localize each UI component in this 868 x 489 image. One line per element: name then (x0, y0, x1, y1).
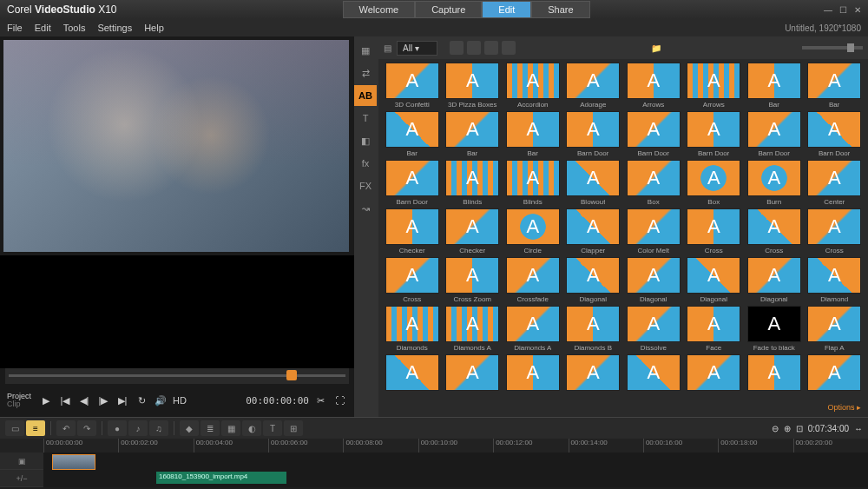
track-head-overlay[interactable]: +/− (0, 470, 43, 487)
batch-button[interactable]: ⊞ (284, 420, 303, 436)
split-button[interactable]: ✂ (312, 393, 328, 408)
tab-welcome[interactable]: Welcome (343, 1, 416, 18)
prev-frame-button[interactable]: ◀| (76, 393, 92, 408)
multicam-button[interactable]: ▦ (221, 420, 240, 436)
transition-item[interactable]: ABar (444, 111, 502, 157)
transition-item[interactable]: AAdorage (565, 63, 622, 109)
preview-timecode[interactable]: 00:00:00:00 (246, 395, 309, 406)
transition-item[interactable]: ABar (806, 63, 864, 109)
lib-tab-path[interactable]: ↝ (354, 198, 377, 219)
transition-item[interactable]: ABox (625, 160, 682, 206)
lib-tab-media[interactable]: ▦ (354, 40, 377, 61)
transition-item[interactable]: ACross Zoom (444, 257, 502, 303)
transition-item[interactable]: ADissolve (625, 306, 682, 352)
storyboard-view-button[interactable]: ▭ (5, 420, 24, 436)
lib-tab-transitions[interactable]: AB (354, 85, 377, 106)
transition-item[interactable]: AChecker (444, 208, 502, 254)
home-button[interactable]: |◀ (57, 393, 73, 408)
transition-item[interactable]: ABox (686, 160, 743, 206)
transition-item[interactable]: ABarn Door (384, 160, 441, 206)
transition-item[interactable]: ABar (504, 111, 562, 157)
transition-item[interactable]: ABarn Door (806, 111, 864, 157)
transition-item[interactable]: ACenter (806, 160, 864, 206)
transition-item[interactable]: ACircle (504, 208, 562, 254)
transition-item[interactable]: ABar (384, 111, 441, 157)
menu-help[interactable]: Help (144, 23, 164, 33)
repeat-button[interactable]: ↻ (134, 393, 149, 408)
overlay-clip[interactable]: 160810_153900_import.mp4 (156, 472, 286, 484)
lib-tab-graphic[interactable]: ◧ (354, 130, 377, 151)
volume-button[interactable]: 🔊 (153, 393, 168, 408)
transition-item[interactable]: A (625, 354, 682, 393)
minimize-icon[interactable]: — (824, 5, 832, 15)
lib-folder-icon[interactable]: 📁 (651, 43, 661, 53)
menu-settings[interactable]: Settings (97, 23, 132, 33)
marker-button[interactable]: ◆ (180, 420, 199, 436)
timeline-timecode[interactable]: 0:07:34:00 (808, 424, 849, 433)
undo-button[interactable]: ↶ (56, 420, 76, 436)
transition-item[interactable]: AFlap A (806, 306, 864, 352)
motion-button[interactable]: ◐ (242, 420, 261, 436)
tab-edit[interactable]: Edit (482, 1, 531, 18)
tab-share[interactable]: Share (531, 1, 589, 18)
zoom-out-button[interactable]: ⊖ (772, 424, 779, 433)
transition-item[interactable]: ABlowout (565, 160, 622, 206)
transition-item[interactable]: ADiamonds (384, 306, 441, 352)
transition-item[interactable]: A (384, 354, 441, 393)
transition-item[interactable]: ACross (806, 208, 864, 254)
menu-file[interactable]: File (7, 23, 23, 33)
transition-item[interactable]: ACrossfade (504, 257, 562, 303)
close-icon[interactable]: ✕ (854, 5, 861, 15)
menu-tools[interactable]: Tools (63, 23, 86, 33)
record-button[interactable]: ● (108, 420, 127, 436)
tab-capture[interactable]: Capture (415, 1, 482, 18)
preview-viewport[interactable] (3, 40, 349, 252)
lib-remove-icon[interactable] (502, 41, 516, 55)
lib-fav-icon[interactable] (450, 41, 464, 55)
video-clip[interactable] (52, 454, 95, 470)
transition-item[interactable]: ABar (746, 63, 803, 109)
transition-item[interactable]: ABarn Door (625, 111, 682, 157)
transition-item[interactable]: A (746, 354, 803, 393)
transition-item[interactable]: AChecker (384, 208, 441, 254)
zoom-in-button[interactable]: ⊕ (784, 424, 791, 433)
transition-item[interactable]: ABlinds (504, 160, 562, 206)
next-frame-button[interactable]: |▶ (95, 393, 111, 408)
library-options[interactable]: Options ▸ (378, 403, 868, 417)
transition-item[interactable]: AAccordion (504, 63, 562, 109)
scrub-handle[interactable] (286, 370, 297, 380)
lib-tab-filter[interactable]: fx (354, 153, 377, 174)
transition-item[interactable]: A3D Pizza Boxes (444, 63, 502, 109)
transition-item[interactable]: ACross (384, 257, 441, 303)
menu-edit[interactable]: Edit (35, 23, 51, 33)
transition-item[interactable]: ADiamonds A (504, 306, 562, 352)
redo-button[interactable]: ↷ (77, 420, 96, 436)
track-button[interactable]: ≣ (201, 420, 220, 436)
hd-toggle[interactable]: HD (172, 393, 187, 408)
transition-item[interactable]: ABarn Door (565, 111, 622, 157)
transition-item[interactable]: ABurn (746, 160, 803, 206)
transition-item[interactable]: A (806, 354, 864, 393)
track-head-video[interactable]: ▣ (0, 453, 43, 470)
transition-item[interactable]: AFace (686, 306, 743, 352)
transition-item[interactable]: AColor Melt (625, 208, 682, 254)
transition-item[interactable]: ABarn Door (746, 111, 803, 157)
scrub-bar[interactable] (5, 368, 349, 384)
lib-tab-fx[interactable]: FX (354, 175, 377, 196)
scroll-toggle[interactable]: ↔ (854, 424, 863, 433)
maximize-icon[interactable]: ☐ (839, 5, 847, 15)
mode-clip[interactable]: Clip (7, 400, 31, 408)
fit-button[interactable]: ⊡ (796, 424, 803, 433)
transition-item[interactable]: ADiagonal (746, 257, 803, 303)
library-filter-dropdown[interactable]: All ▾ (397, 41, 437, 56)
transition-item[interactable]: ACross (686, 208, 743, 254)
transition-item[interactable]: ABarn Door (686, 111, 743, 157)
transition-item[interactable]: AClapper (565, 208, 622, 254)
track-body[interactable]: 160810_153900_import.mp4 (43, 453, 868, 487)
transition-item[interactable]: ADiagonal (686, 257, 743, 303)
play-button[interactable]: ▶ (38, 393, 54, 408)
transition-item[interactable]: ABlinds (444, 160, 502, 206)
transition-item[interactable]: ADiamonds A (444, 306, 502, 352)
transition-item[interactable]: ACross (746, 208, 803, 254)
transition-item[interactable]: AFade to black (746, 306, 803, 352)
